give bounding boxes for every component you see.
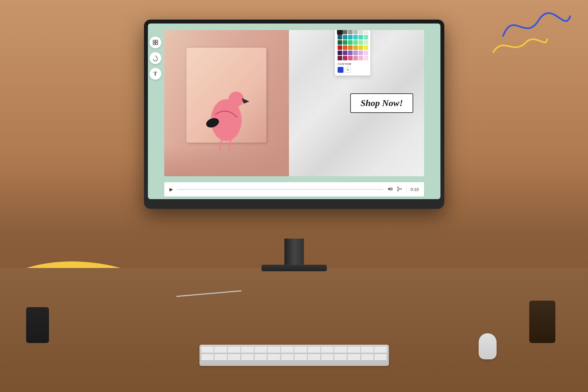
color-swatch-orange[interactable] xyxy=(348,45,353,50)
playback-divider xyxy=(406,186,406,193)
color-picker-popup[interactable]: CUSTOM + xyxy=(335,30,371,76)
hands-area xyxy=(164,147,289,176)
custom-colors-row: + xyxy=(338,67,368,73)
color-swatch-lightaqua[interactable] xyxy=(364,35,368,39)
color-swatch-darkgreen[interactable] xyxy=(338,40,342,45)
keyboard xyxy=(199,345,389,366)
custom-label: CUSTOM xyxy=(338,62,368,66)
color-swatch-brightcyan[interactable] xyxy=(353,35,358,39)
volume-icon[interactable] xyxy=(387,187,393,192)
shop-now-text: Shop Now! xyxy=(360,98,403,108)
color-grid xyxy=(338,30,368,60)
custom-color-swatch[interactable] xyxy=(338,67,343,73)
add-custom-color-button[interactable]: + xyxy=(345,67,351,73)
color-swatch-silver[interactable] xyxy=(358,30,363,34)
color-swatch-hotpink[interactable] xyxy=(348,56,353,60)
time-display: 0:10 xyxy=(410,187,419,192)
color-swatch-amber[interactable] xyxy=(353,45,358,50)
color-swatch-cyan[interactable] xyxy=(348,35,353,39)
color-swatch-lightpurple[interactable] xyxy=(358,51,363,55)
flamingo-figure xyxy=(199,87,254,154)
svg-rect-0 xyxy=(153,40,155,42)
monitor-stand xyxy=(262,239,327,271)
shop-now-container[interactable]: Shop Now! xyxy=(350,93,413,113)
svg-point-5 xyxy=(229,91,244,107)
text-tool-button[interactable]: T xyxy=(150,68,161,80)
right-speaker xyxy=(529,301,555,343)
color-swatch-violet[interactable] xyxy=(348,51,353,55)
editor-canvas[interactable]: T xyxy=(164,30,424,176)
color-swatch-lightlime[interactable] xyxy=(353,40,358,45)
color-swatch-black[interactable] xyxy=(338,30,342,34)
svg-line-14 xyxy=(399,188,402,190)
bag-background xyxy=(164,30,289,176)
color-swatch-lightgreen[interactable] xyxy=(358,40,363,45)
color-swatch-gray[interactable] xyxy=(348,30,353,34)
desk-surface xyxy=(0,268,588,392)
progress-bar[interactable] xyxy=(177,189,384,190)
playback-bar: ▶ 0:10 xyxy=(164,182,424,196)
color-swatch-palepurple[interactable] xyxy=(364,51,368,55)
color-swatch-teal[interactable] xyxy=(343,35,347,39)
color-swatch-palepink[interactable] xyxy=(358,56,363,60)
color-swatch-green[interactable] xyxy=(343,40,347,45)
svg-line-15 xyxy=(399,188,402,190)
color-swatch-palegreen[interactable] xyxy=(364,40,368,45)
color-swatch-brightyellow[interactable] xyxy=(364,45,368,50)
text-tool-icon: T xyxy=(153,71,157,77)
color-swatch-blush[interactable] xyxy=(364,56,368,60)
color-swatch-pink[interactable] xyxy=(343,56,347,60)
color-swatch-lime[interactable] xyxy=(348,40,353,45)
color-swatch-darkgray[interactable] xyxy=(343,30,347,34)
svg-rect-1 xyxy=(156,40,158,42)
color-swatch-lavender[interactable] xyxy=(353,51,358,55)
color-swatch-red[interactable] xyxy=(338,45,342,50)
left-toolbar: T xyxy=(150,37,161,80)
canvas-image-left xyxy=(164,30,289,176)
color-tool-button[interactable] xyxy=(150,52,161,64)
yellow-squiggle-decoration xyxy=(490,33,549,59)
svg-rect-3 xyxy=(156,43,158,45)
layout-tool-button[interactable] xyxy=(150,37,161,48)
color-swatch-purple[interactable] xyxy=(343,51,347,55)
play-button[interactable]: ▶ xyxy=(169,187,173,192)
scissors-icon[interactable] xyxy=(397,187,402,192)
color-swatch-darkteal[interactable] xyxy=(338,35,342,39)
svg-point-12 xyxy=(397,187,399,188)
color-swatch-darkpurple[interactable] xyxy=(338,51,342,55)
monitor: T xyxy=(144,20,444,209)
left-speaker xyxy=(26,307,49,343)
computer-mouse xyxy=(479,333,497,359)
monitor-screen: T xyxy=(148,24,440,199)
color-swatch-aqua[interactable] xyxy=(358,35,363,39)
color-swatch-darkorange[interactable] xyxy=(343,45,347,50)
canvas-paper-right: 64 ▲ ▼ xyxy=(289,30,424,176)
color-swatch-yellow[interactable] xyxy=(358,45,363,50)
svg-point-13 xyxy=(397,189,399,191)
color-swatch-lightgray[interactable] xyxy=(353,30,358,34)
svg-rect-2 xyxy=(153,43,155,45)
color-swatch-darkpink[interactable] xyxy=(338,56,342,60)
color-swatch-white[interactable] xyxy=(364,30,368,34)
color-swatch-lightpink[interactable] xyxy=(353,56,358,60)
